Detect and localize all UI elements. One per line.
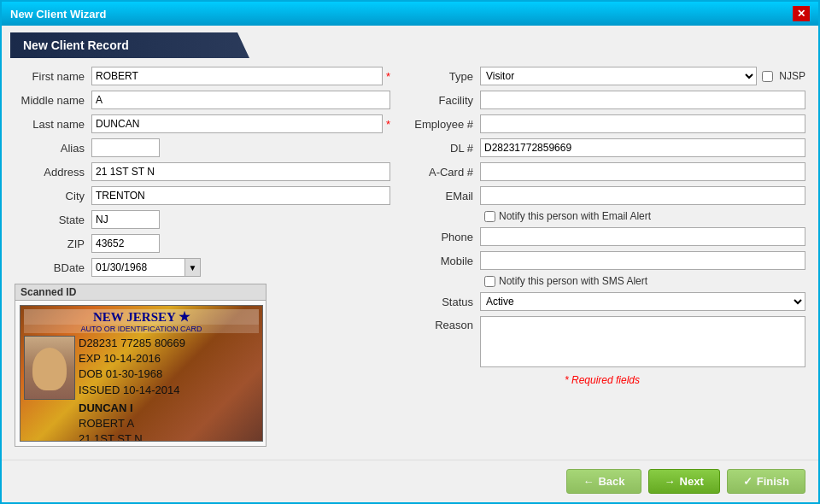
reason-label: Reason — [399, 316, 480, 331]
back-arrow-icon: ← — [583, 475, 594, 488]
alias-input[interactable] — [91, 138, 160, 157]
address-row: Address — [15, 162, 390, 181]
bdate-input[interactable] — [91, 258, 185, 277]
finish-button[interactable]: ✓ Finish — [727, 469, 805, 494]
zip-label: ZIP — [15, 237, 91, 250]
form-area: First name * Middle name Last name * Ali… — [2, 67, 818, 460]
phone-row: Phone — [399, 227, 805, 246]
njsp-label: NJSP — [779, 70, 805, 82]
dl-input[interactable] — [480, 138, 805, 157]
last-name-input[interactable] — [91, 114, 383, 133]
mobile-row: Mobile — [399, 251, 805, 270]
notify-email-label: Notify this person with Email Alert — [499, 210, 651, 222]
njsp-wrap: NJSP — [762, 70, 805, 82]
notify-sms-label: Notify this person with SMS Alert — [499, 275, 647, 287]
email-label: EMail — [399, 190, 480, 202]
notify-sms-row: Notify this person with SMS Alert — [399, 275, 805, 287]
id-card-state: NEW JERSEY ★ — [24, 309, 259, 325]
status-row: Status Active — [399, 292, 805, 311]
facility-label: Facility — [399, 94, 480, 107]
state-row: State — [15, 210, 390, 229]
acard-row: A-Card # — [399, 162, 805, 181]
last-name-label: Last name — [15, 118, 91, 131]
bdate-row: BDate ▼ — [15, 258, 390, 277]
alias-label: Alias — [15, 142, 91, 155]
middle-name-row: Middle name — [15, 91, 390, 109]
content-area: New Client Record First name * Middle na… — [2, 26, 818, 502]
city-label: City — [15, 190, 91, 202]
id-photo — [24, 336, 75, 400]
mobile-input[interactable] — [480, 251, 805, 270]
required-note: * Required fields — [399, 374, 805, 386]
city-row: City — [15, 186, 390, 205]
state-label: State — [15, 214, 91, 226]
first-name-row: First name * — [15, 67, 390, 85]
address-label: Address — [15, 166, 91, 179]
employee-label: Employee # — [399, 118, 480, 131]
type-label: Type — [399, 70, 480, 83]
id-text-block: D28231 77285 80669 EXP 10-14-2016 DOB 01… — [79, 336, 259, 442]
city-input[interactable] — [91, 186, 390, 205]
dl-row: DL # — [399, 138, 805, 157]
dl-label: DL # — [399, 142, 480, 155]
address-input[interactable] — [91, 162, 390, 181]
reason-textarea[interactable] — [480, 316, 805, 367]
email-row: EMail — [399, 186, 805, 205]
close-button[interactable]: ✕ — [793, 6, 810, 21]
section-header: New Client Record — [10, 32, 249, 58]
status-select[interactable]: Active — [480, 292, 805, 311]
acard-label: A-Card # — [399, 166, 480, 179]
type-select[interactable]: Visitor — [480, 67, 757, 85]
bdate-label: BDate — [15, 261, 91, 274]
type-row: Type Visitor NJSP — [399, 67, 805, 85]
employee-row: Employee # — [399, 114, 805, 133]
zip-input[interactable] — [91, 234, 160, 253]
first-name-input[interactable] — [91, 67, 383, 85]
next-arrow-icon: → — [665, 475, 676, 488]
last-name-row: Last name * — [15, 114, 390, 133]
notify-email-checkbox[interactable] — [484, 211, 495, 222]
id-photo-face — [32, 348, 67, 390]
status-select-wrap: Active — [480, 292, 805, 311]
right-column: Type Visitor NJSP Facility — [399, 67, 805, 460]
acard-input[interactable] — [480, 162, 805, 181]
main-window: New Client Wizard ✕ New Client Record Fi… — [0, 0, 820, 504]
scanned-id-box: Scanned ID NEW JERSEY ★ AUTO OR IDENTIFI… — [15, 284, 266, 447]
status-label: Status — [399, 296, 480, 308]
phone-input[interactable] — [480, 227, 805, 246]
reason-row: Reason — [399, 316, 805, 367]
employee-input[interactable] — [480, 114, 805, 133]
footer: ← Back → Next ✓ Finish — [2, 460, 818, 502]
zip-row: ZIP — [15, 234, 390, 253]
id-card-auto: AUTO OR IDENTIFICATION CARD — [24, 325, 259, 333]
middle-name-input[interactable] — [91, 91, 390, 109]
next-label: Next — [680, 475, 704, 488]
back-button[interactable]: ← Back — [566, 469, 641, 494]
first-name-label: First name — [15, 70, 91, 83]
title-bar: New Client Wizard ✕ — [2, 2, 818, 26]
window-title: New Client Wizard — [10, 8, 107, 21]
email-input[interactable] — [480, 186, 805, 205]
phone-label: Phone — [399, 231, 480, 243]
facility-row: Facility — [399, 91, 805, 109]
left-column: First name * Middle name Last name * Ali… — [15, 67, 390, 460]
back-label: Back — [598, 475, 624, 488]
notify-email-row: Notify this person with Email Alert — [399, 210, 805, 222]
state-input[interactable] — [91, 210, 160, 229]
njsp-checkbox[interactable] — [762, 71, 773, 82]
finish-check-icon: ✓ — [743, 475, 753, 488]
facility-input[interactable] — [480, 91, 805, 109]
mobile-label: Mobile — [399, 255, 480, 267]
id-card-image: NEW JERSEY ★ AUTO OR IDENTIFICATION CARD… — [20, 305, 263, 442]
type-select-wrap: Visitor — [480, 67, 757, 85]
last-name-required: * — [386, 118, 390, 131]
bdate-wrap: ▼ — [91, 258, 201, 277]
notify-sms-checkbox[interactable] — [484, 276, 495, 287]
scanned-id-label: Scanned ID — [15, 284, 266, 301]
middle-name-label: Middle name — [15, 94, 91, 107]
bdate-dropdown-button[interactable]: ▼ — [185, 258, 201, 277]
first-name-required: * — [386, 70, 390, 83]
next-button[interactable]: → Next — [648, 469, 720, 494]
id-card-body: D28231 77285 80669 EXP 10-14-2016 DOB 01… — [24, 336, 259, 442]
alias-row: Alias — [15, 138, 390, 157]
